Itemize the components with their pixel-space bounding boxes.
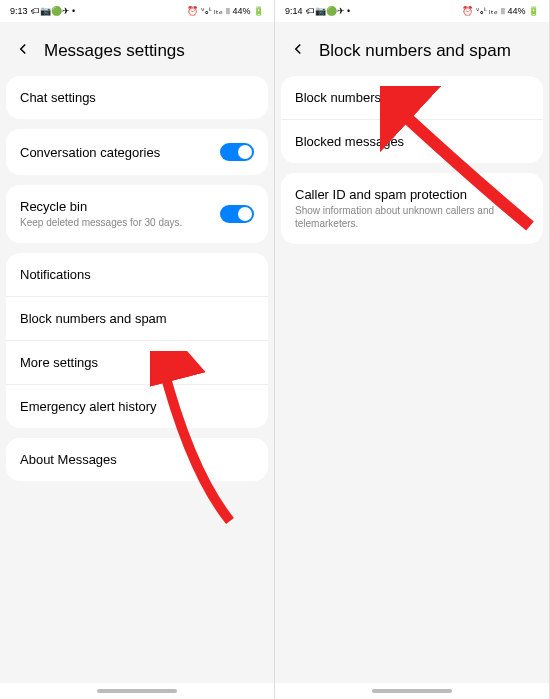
status-icons-left: 🏷📷🟢✈ • (306, 6, 351, 16)
row-label: Emergency alert history (20, 399, 254, 414)
screen-block-numbers-spam: 9:14 🏷📷🟢✈ • ⏰ ᵛₒᴸ ₗₜₑ ⫴ 44% 🔋 Block numb… (275, 0, 550, 699)
card-conversation-categories: Conversation categories (6, 129, 268, 175)
row-label: About Messages (20, 452, 254, 467)
nav-pill[interactable] (372, 689, 452, 693)
status-icons-right: ⏰ ᵛₒᴸ ₗₜₑ ⫴ 44% 🔋 (462, 6, 539, 17)
row-label: Block numbers (295, 90, 529, 105)
screen-messages-settings: 9:13 🏷📷🟢✈ • ⏰ ᵛₒᴸ ₗₜₑ ⫴ 44% 🔋 Messages s… (0, 0, 275, 699)
card-more: Notifications Block numbers and spam Mor… (6, 253, 268, 428)
card-caller-id: Caller ID and spam protection Show infor… (281, 173, 543, 244)
page-title: Messages settings (44, 41, 185, 61)
card-about: About Messages (6, 438, 268, 481)
row-recycle-bin[interactable]: Recycle bin Keep deleted messages for 30… (6, 185, 268, 243)
nav-pill[interactable] (97, 689, 177, 693)
status-bar: 9:13 🏷📷🟢✈ • ⏰ ᵛₒᴸ ₗₜₑ ⫴ 44% 🔋 (0, 0, 274, 22)
row-block-numbers-spam[interactable]: Block numbers and spam (6, 297, 268, 341)
row-notifications[interactable]: Notifications (6, 253, 268, 297)
row-conversation-categories[interactable]: Conversation categories (6, 129, 268, 175)
status-icons-right: ⏰ ᵛₒᴸ ₗₜₑ ⫴ 44% 🔋 (187, 6, 264, 17)
header: Messages settings (0, 22, 274, 76)
row-about-messages[interactable]: About Messages (6, 438, 268, 481)
header: Block numbers and spam (275, 22, 549, 76)
page-title: Block numbers and spam (319, 41, 511, 61)
back-icon[interactable] (289, 40, 307, 62)
row-label: Conversation categories (20, 145, 220, 160)
nav-bar (275, 683, 549, 699)
status-time: 9:13 (10, 6, 28, 16)
back-icon[interactable] (14, 40, 32, 62)
row-label: More settings (20, 355, 254, 370)
row-emergency-alert[interactable]: Emergency alert history (6, 385, 268, 428)
row-label: Caller ID and spam protection (295, 187, 529, 202)
row-caller-id-spam[interactable]: Caller ID and spam protection Show infor… (281, 173, 543, 244)
card-recycle-bin: Recycle bin Keep deleted messages for 30… (6, 185, 268, 243)
row-label: Recycle bin (20, 199, 220, 214)
card-block: Block numbers Blocked messages (281, 76, 543, 163)
content: Block numbers Blocked messages Caller ID… (275, 76, 549, 683)
card-chat-settings: Chat settings (6, 76, 268, 119)
toggle-conversation-categories[interactable] (220, 143, 254, 161)
row-more-settings[interactable]: More settings (6, 341, 268, 385)
status-icons-left: 🏷📷🟢✈ • (31, 6, 76, 16)
nav-bar (0, 683, 274, 699)
row-label: Blocked messages (295, 134, 529, 149)
row-block-numbers[interactable]: Block numbers (281, 76, 543, 120)
row-sub: Show information about unknown callers a… (295, 204, 529, 230)
row-label: Notifications (20, 267, 254, 282)
row-label: Block numbers and spam (20, 311, 254, 326)
row-sub: Keep deleted messages for 30 days. (20, 216, 220, 229)
content: Chat settings Conversation categories Re… (0, 76, 274, 683)
row-chat-settings[interactable]: Chat settings (6, 76, 268, 119)
status-time: 9:14 (285, 6, 303, 16)
row-label: Chat settings (20, 90, 254, 105)
status-bar: 9:14 🏷📷🟢✈ • ⏰ ᵛₒᴸ ₗₜₑ ⫴ 44% 🔋 (275, 0, 549, 22)
toggle-recycle-bin[interactable] (220, 205, 254, 223)
row-blocked-messages[interactable]: Blocked messages (281, 120, 543, 163)
